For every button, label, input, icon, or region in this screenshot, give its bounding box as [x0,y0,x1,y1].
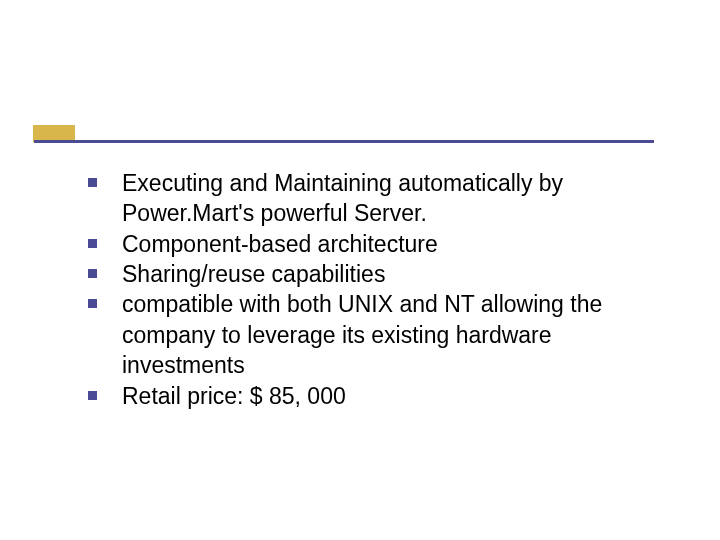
list-item: Retail price: $ 85, 000 [76,381,666,411]
list-item-text: Retail price: $ 85, 000 [122,383,346,409]
slide: Executing and Maintaining automatically … [0,0,720,540]
title-divider [34,140,654,143]
list-item-text: compatible with both UNIX and NT allowin… [122,291,602,378]
bullet-list: Executing and Maintaining automatically … [76,168,666,411]
list-item: Sharing/reuse capabilities [76,259,666,289]
square-bullet-icon [88,299,97,308]
list-item: compatible with both UNIX and NT allowin… [76,289,666,380]
list-item-text: Sharing/reuse capabilities [122,261,385,287]
list-item-text: Component-based architecture [122,231,438,257]
title-underline [34,140,654,143]
list-item: Executing and Maintaining automatically … [76,168,666,229]
list-item: Component-based architecture [76,229,666,259]
square-bullet-icon [88,178,97,187]
content-area: Executing and Maintaining automatically … [76,168,666,411]
square-bullet-icon [88,269,97,278]
list-item-text: Executing and Maintaining automatically … [122,170,563,226]
square-bullet-icon [88,239,97,248]
square-bullet-icon [88,391,97,400]
